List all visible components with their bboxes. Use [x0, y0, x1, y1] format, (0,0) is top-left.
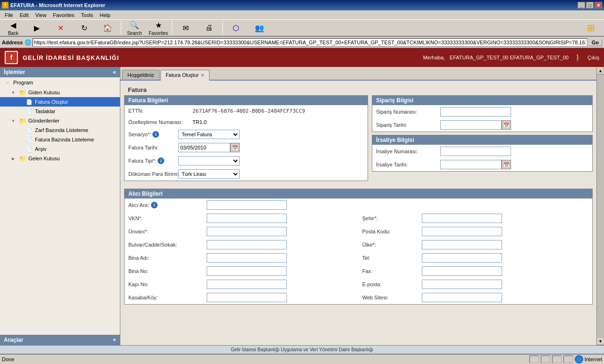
irs-tarih-calendar-btn[interactable]: 📅	[502, 160, 511, 169]
menu-view[interactable]: View	[33, 11, 50, 19]
alici-ara-input[interactable]	[207, 200, 287, 210]
fatura-tarihi-input[interactable]	[178, 143, 230, 152]
tab-close-icon[interactable]: ✕	[201, 73, 204, 78]
menu-file[interactable]: File	[2, 11, 16, 19]
gelen-expand-icon: ▶	[9, 155, 17, 162]
irs-no-input[interactable]	[440, 147, 511, 156]
stop-button[interactable]: ✕	[49, 22, 72, 34]
mail-button[interactable]: ✉	[174, 22, 197, 34]
close-button[interactable]: ✕	[595, 2, 602, 8]
windows-start[interactable]: ⊞	[579, 22, 602, 34]
sip-tarih-calendar-btn[interactable]: 📅	[502, 120, 511, 130]
sidebar-item-gelen-kutusu[interactable]: ▶ 📁 Gelen Kutusu	[0, 154, 120, 163]
bulvar-row: Bulvar/Cadde/Sokak:	[125, 238, 359, 251]
fatura-tarihi-calendar-btn[interactable]: 📅	[230, 143, 240, 152]
back-button[interactable]: ◀ Back	[2, 19, 25, 37]
scroll-down-btn[interactable]: ▼	[597, 338, 604, 345]
forward-button[interactable]: ▶	[25, 22, 48, 34]
irs-tarih-input[interactable]	[440, 160, 502, 169]
kasaba-input[interactable]	[207, 293, 287, 302]
refresh-button[interactable]: ↻	[73, 22, 95, 34]
fatura-tarihi-row: Fatura Tarihi: 📅	[125, 141, 368, 154]
exit-button[interactable]: Çıkış	[587, 55, 599, 60]
kapi-no-row: Kapı No:	[125, 278, 359, 291]
irs-tarih-label: İrsaliye Tarihi:	[376, 162, 437, 167]
vertical-scrollbar[interactable]: ▲ ▼	[596, 67, 604, 345]
bina-adi-input[interactable]	[207, 253, 287, 263]
favorites-button[interactable]: ★ Favorites	[147, 19, 170, 37]
main-content: Hoşgeldiniz Fatura Oluştur ✕ Fatura Fatu…	[120, 67, 596, 345]
zarf-expand-icon	[16, 126, 24, 134]
vkn-input[interactable]	[207, 214, 287, 223]
bluetooth-button[interactable]: ⬡	[225, 22, 247, 34]
sidebar: İşlemler « ─ Program ▼ 📁 Giden Kutusu 📄 …	[0, 67, 120, 345]
sidebar-header: İşlemler «	[0, 67, 120, 77]
menu-help[interactable]: Help	[97, 11, 113, 19]
sidebar-collapse-icon[interactable]: «	[113, 69, 116, 75]
go-button[interactable]: Go	[588, 39, 602, 46]
bina-no-input[interactable]	[207, 266, 287, 276]
address-input[interactable]	[33, 38, 587, 47]
fatura-tipi-select[interactable]: SATIŞ İADE	[178, 156, 240, 165]
app-icon: f	[2, 2, 8, 8]
sidebar-item-zarf[interactable]: 📄 Zarf Bazında Listeleme	[0, 125, 120, 135]
vkn-row: VKN*:	[125, 212, 359, 225]
alici-ara-info-icon[interactable]: i	[151, 202, 158, 208]
sip-no-input[interactable]	[440, 107, 511, 116]
print-button[interactable]: 🖨	[198, 22, 220, 34]
arsiv-expand	[16, 145, 24, 153]
sidebar-item-taslaklar[interactable]: 📄 Taslaklar	[0, 107, 120, 116]
sidebar-item-fatura-bazinda[interactable]: 📄 Fatura Bazında Listeleme	[0, 135, 120, 144]
folder-icon-2: 📁	[19, 117, 26, 124]
person-icon: 🚶	[573, 53, 583, 62]
content-wrapper: İşlemler « ─ Program ▼ 📁 Giden Kutusu 📄 …	[0, 67, 604, 345]
bulvar-input[interactable]	[207, 240, 287, 249]
bina-no-label: Bina No:	[128, 268, 204, 274]
web-input[interactable]	[422, 293, 502, 302]
sip-tarih-wrap: 📅	[440, 120, 511, 130]
sidebar-item-gonderilenler[interactable]: ▼ 📁 Gönderilenler	[0, 116, 120, 125]
program-label: Program	[13, 80, 33, 85]
tel-input[interactable]	[422, 253, 502, 263]
sidebar-item-giden-kutusu[interactable]: ▼ 📁 Giden Kutusu	[0, 88, 120, 97]
posta-kodu-input[interactable]	[422, 227, 502, 236]
kapi-no-label: Kapı No:	[128, 281, 204, 287]
messenger-button[interactable]: 👥	[248, 22, 271, 34]
eposta-input[interactable]	[422, 280, 502, 289]
doc-icon-4: 📄	[25, 136, 33, 143]
kapi-no-input[interactable]	[207, 280, 287, 289]
fax-input[interactable]	[422, 266, 502, 276]
scroll-up-btn[interactable]: ▲	[597, 67, 604, 74]
ozellestirme-label: Özelleştirme Numarası:	[128, 119, 190, 125]
unvani-input[interactable]	[207, 227, 287, 236]
sehir-input[interactable]	[422, 214, 502, 223]
menu-edit[interactable]: Edit	[17, 11, 32, 19]
senaryo-info-icon[interactable]: i	[152, 131, 159, 138]
alici-cols: VKN*: Ünvanı*: Bulvar/Cadde/Sokak:	[125, 212, 592, 304]
sidebar-program[interactable]: ─ Program	[0, 77, 120, 88]
home-button[interactable]: 🏠	[96, 22, 119, 34]
vkn-label: VKN*:	[128, 215, 204, 221]
search-button[interactable]: 🔍 Search	[123, 19, 146, 37]
siparis-title: Sipariş Bilgisi	[372, 96, 592, 105]
menu-favorites[interactable]: Favorites	[50, 11, 77, 19]
sidebar-item-arsiv[interactable]: 📄 Arşiv	[0, 144, 120, 154]
fatura-tipi-info-icon[interactable]: i	[158, 157, 164, 164]
tab-hosgeldiniz[interactable]: Hoşgeldiniz	[122, 70, 159, 80]
ulke-row: Ülke*:	[359, 238, 593, 251]
tab-fatura-olustur[interactable]: Fatura Oluştur ✕	[160, 70, 210, 81]
posta-kodu-row: Posta Kodu:	[359, 225, 593, 238]
para-birimi-select[interactable]: Türk Lirası USD EUR	[178, 169, 240, 179]
sip-tarih-input[interactable]	[440, 120, 502, 130]
ulke-input[interactable]	[422, 240, 502, 249]
menu-tools[interactable]: Tools	[78, 11, 96, 19]
sidebar-item-fatura-olustur[interactable]: 📄 Fatura Oluştur	[0, 97, 120, 107]
sidebar-araclar-header[interactable]: Araçlar +	[0, 335, 120, 345]
posta-kodu-label: Posta Kodu:	[362, 229, 419, 234]
maximize-button[interactable]: □	[586, 2, 594, 8]
window-controls[interactable]: _ □ ✕	[578, 2, 602, 8]
sip-tarih-row: Sipariş Tarihi: 📅	[372, 118, 592, 132]
senaryo-select[interactable]: Temel Fatura Ticari Fatura	[178, 130, 240, 139]
minimize-button[interactable]: _	[578, 2, 585, 8]
scroll-track[interactable]	[597, 74, 604, 338]
